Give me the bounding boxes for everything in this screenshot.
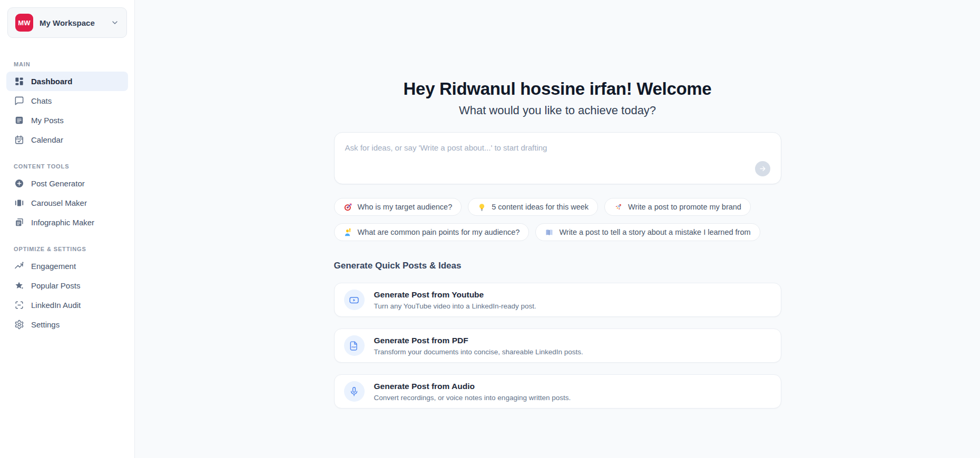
card-title: Generate Post from Youtube <box>374 290 536 300</box>
chip-story-mistake[interactable]: Write a post to tell a story about a mis… <box>535 223 760 241</box>
sidebar-item-chats[interactable]: Chats <box>6 91 128 111</box>
prompt-composer <box>334 132 781 184</box>
chip-target-audience[interactable]: Who is my target audience? <box>334 198 462 216</box>
calendar-check-icon <box>14 135 24 145</box>
infographic-icon <box>14 217 24 228</box>
svg-text:PDF: PDF <box>351 346 356 349</box>
nav-section-label: MAIN <box>0 61 134 67</box>
send-button[interactable] <box>755 161 770 176</box>
card-title: Generate Post from PDF <box>374 336 583 345</box>
chip-label: What are common pain points for my audie… <box>358 228 520 236</box>
sidebar-item-label: Infographic Maker <box>31 218 94 227</box>
microphone-icon <box>344 381 365 402</box>
trending-up-icon <box>14 261 24 272</box>
sidebar-item-label: Carousel Maker <box>31 198 87 207</box>
sidebar-item-popular-posts[interactable]: Popular Posts <box>6 276 128 295</box>
nav-section-content-tools: CONTENT TOOLS Post Generator Carousel Ma… <box>0 163 134 232</box>
workspace-avatar: MW <box>15 14 33 32</box>
sidebar-item-label: Dashboard <box>31 77 72 86</box>
app-root: MW My Workspace MAIN Dashboard Chats <box>0 0 980 458</box>
sidebar-item-settings[interactable]: Settings <box>6 315 128 334</box>
sidebar-item-carousel-maker[interactable]: Carousel Maker <box>6 193 128 213</box>
card-title: Generate Post from Audio <box>374 382 571 391</box>
chip-pain-points[interactable]: What are common pain points for my audie… <box>334 223 530 241</box>
sidebar-item-label: Chats <box>31 96 52 105</box>
prompt-input[interactable] <box>335 133 781 184</box>
main-content: Hey Ridwanul hossine irfan! Welcome What… <box>135 0 980 458</box>
workspace-selector[interactable]: MW My Workspace <box>7 7 127 38</box>
scan-icon <box>14 300 24 311</box>
sidebar-item-label: Settings <box>31 320 60 329</box>
nav-section-main: MAIN Dashboard Chats My Posts <box>0 61 134 150</box>
sidebar-item-post-generator[interactable]: Post Generator <box>6 174 128 193</box>
youtube-icon <box>344 290 365 310</box>
card-description: Turn any YouTube video into a LinkedIn-r… <box>374 302 536 310</box>
greeting-subtitle: What would you like to achieve today? <box>334 104 781 117</box>
sidebar-item-label: LinkedIn Audit <box>31 301 81 310</box>
plus-circle-icon <box>14 178 24 189</box>
posts-note-icon <box>14 115 24 126</box>
card-generate-from-audio[interactable]: Generate Post from Audio Convert recordi… <box>334 374 781 409</box>
chip-content-ideas[interactable]: 5 content ideas for this week <box>468 198 598 216</box>
sidebar-item-label: Popular Posts <box>31 281 80 290</box>
dashboard-icon <box>14 76 24 87</box>
nav-section-label: CONTENT TOOLS <box>0 163 134 170</box>
lightbulb-icon <box>477 203 486 212</box>
sidebar-item-label: My Posts <box>31 116 64 125</box>
card-generate-from-pdf[interactable]: PDF Generate Post from PDF Transform you… <box>334 328 781 363</box>
sidebar-item-label: Calendar <box>31 135 63 144</box>
chat-bubble-icon <box>14 96 24 106</box>
sidebar-item-label: Engagement <box>31 262 76 271</box>
chip-label: Write a post to tell a story about a mis… <box>559 228 750 236</box>
sidebar: MW My Workspace MAIN Dashboard Chats <box>0 0 135 458</box>
pdf-file-icon: PDF <box>344 335 365 356</box>
card-description: Transform your documents into concise, s… <box>374 348 583 356</box>
chip-label: Write a post to promote my brand <box>628 203 741 211</box>
gear-icon <box>14 320 24 330</box>
nav-section-optimize-settings: OPTIMIZE & SETTINGS Engagement Popular P… <box>0 246 134 334</box>
rocket-icon <box>614 203 623 212</box>
open-book-icon <box>545 228 554 237</box>
workspace-name: My Workspace <box>40 18 104 27</box>
quick-posts-section-title: Generate Quick Posts & Ideas <box>334 261 781 271</box>
card-description: Convert recordings, or voice notes into … <box>374 394 571 402</box>
greeting-heading: Hey Ridwanul hossine irfan! Welcome <box>334 79 781 99</box>
sidebar-item-label: Post Generator <box>31 179 85 188</box>
star-icon <box>14 281 24 291</box>
chip-label: 5 content ideas for this week <box>492 203 589 211</box>
sidebar-item-dashboard[interactable]: Dashboard <box>6 72 128 91</box>
chevron-down-icon <box>111 18 119 27</box>
chip-promote-brand[interactable]: Write a post to promote my brand <box>604 198 751 216</box>
arrow-right-icon <box>759 165 767 173</box>
target-icon <box>344 203 352 212</box>
sidebar-item-calendar[interactable]: Calendar <box>6 130 128 150</box>
suggestion-chips: Who is my target audience? 5 content ide… <box>334 198 781 241</box>
sidebar-item-infographic-maker[interactable]: Infographic Maker <box>6 213 128 232</box>
carousel-icon <box>14 198 24 208</box>
raised-hand-icon <box>344 228 352 237</box>
nav-section-label: OPTIMIZE & SETTINGS <box>0 246 134 252</box>
chip-label: Who is my target audience? <box>358 203 453 211</box>
card-generate-from-youtube[interactable]: Generate Post from Youtube Turn any YouT… <box>334 283 781 317</box>
sidebar-item-my-posts[interactable]: My Posts <box>6 111 128 130</box>
sidebar-item-engagement[interactable]: Engagement <box>6 256 128 276</box>
sidebar-item-linkedin-audit[interactable]: LinkedIn Audit <box>6 295 128 315</box>
